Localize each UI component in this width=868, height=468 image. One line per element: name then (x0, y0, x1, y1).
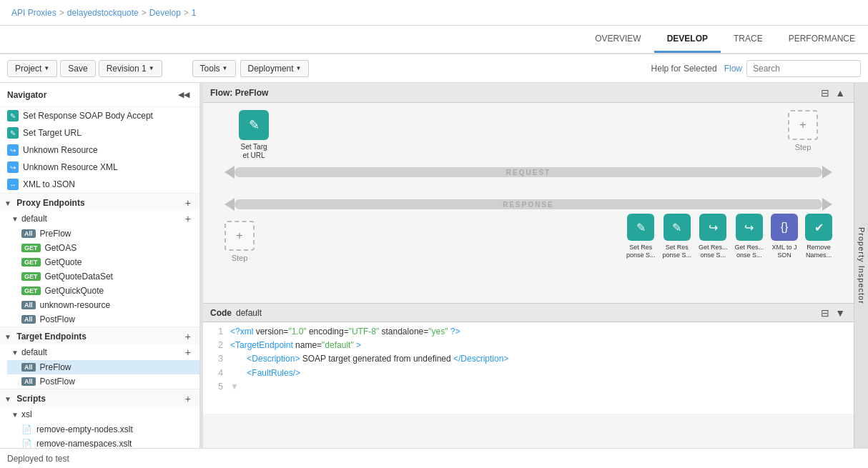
resp-step-2[interactable]: ✎ Set Response S... (662, 214, 691, 259)
flow-canvas: ✎ Set Target URL + Step REQUEST RESP (203, 103, 854, 303)
code-line-4: 4 <FaultRules/> (209, 367, 848, 380)
resp-arrow-end (822, 198, 832, 211)
save-button[interactable]: Save (60, 60, 95, 77)
resp-step-icon-1: ✎ (627, 214, 654, 241)
status-message: Deployed to test (7, 454, 69, 464)
policy-set-target-url[interactable]: ✎ Set Target URL (0, 124, 199, 141)
target-endpoints-header[interactable]: ▼ Target Endpoints + (0, 327, 199, 344)
policy-unknown-resource[interactable]: ↪ Unknown Resource (0, 141, 199, 159)
tab-trace[interactable]: TRACE (721, 26, 776, 53)
code-collapse-btn[interactable]: ⊟ (819, 307, 831, 319)
help-text: Help for Selected (651, 64, 717, 74)
tab-bar: OVERVIEW DEVELOP TRACE PERFORMANCE (0, 26, 868, 54)
canvas-title: Flow: PreFlow (210, 88, 268, 98)
tools-button[interactable]: Tools ▼ (192, 60, 236, 77)
add-proxy-endpoint-btn[interactable]: + (184, 198, 192, 208)
add-step-label-right: Step (795, 143, 812, 151)
revision-button[interactable]: Revision 1 ▼ (99, 60, 162, 77)
step-set-target-url[interactable]: ✎ Set Target URL (239, 110, 269, 160)
canvas-area: Flow: PreFlow ⊟ ▲ ✎ Set Target URL + Ste… (203, 83, 854, 448)
resp-step-icon-5: {} (771, 214, 798, 241)
proxy-flow-preflow[interactable]: All PreFlow (7, 226, 199, 241)
tab-develop[interactable]: DEVELOP (654, 26, 721, 53)
policy-icon-unknown: ↪ (7, 144, 19, 156)
help-link[interactable]: Flow (724, 64, 742, 74)
resp-step-label-6: RemoveNames... (806, 244, 832, 259)
resp-step-6[interactable]: ✔ RemoveNames... (805, 214, 832, 259)
main-layout: Navigator ◀◀ ✎ Set Response SOAP Body Ac… (0, 83, 868, 448)
target-flow-preflow[interactable]: All PreFlow (7, 360, 199, 374)
code-body[interactable]: 1 <?xml version="1.0" encoding="UTF-8" s… (203, 322, 854, 414)
resp-step-label-2: Set Response S... (662, 244, 691, 259)
resp-step-3[interactable]: ↪ Get Res...onse S... (699, 214, 728, 259)
toolbar: Project ▼ Save Revision 1 ▼ Tools ▼ Depl… (0, 54, 868, 83)
response-lane-bg: RESPONSE (235, 199, 822, 209)
resp-step-label-4: Get Res...onse S... (734, 244, 764, 259)
script-remove-namespaces[interactable]: 📄 remove-namespaces.xslt (7, 437, 199, 448)
breadcrumb-develop[interactable]: Develop (149, 8, 181, 18)
method-badge-get: GET (21, 244, 41, 252)
proxy-flow-unknown-resource[interactable]: All unknown-resource (7, 298, 199, 312)
req-arrow-start (225, 166, 235, 179)
collapse-btn[interactable]: ◀◀ (175, 89, 192, 101)
add-step-bottom-left[interactable]: + Step (225, 221, 255, 262)
method-badge-all: All (21, 229, 36, 238)
policy-icon-unknown-xml: ↪ (7, 161, 19, 173)
code-line-5: 5 ▼ (209, 380, 848, 394)
project-button[interactable]: Project ▼ (7, 60, 57, 77)
add-step-icon-right[interactable]: + (788, 110, 818, 140)
policy-xml-to-json[interactable]: ↔ XML to JSON (0, 176, 199, 193)
resp-step-5[interactable]: {} XML to JSON (771, 214, 798, 259)
canvas-collapse-btn[interactable]: ⊟ (819, 87, 831, 99)
breadcrumb-api-proxies[interactable]: API Proxies (11, 8, 56, 18)
breadcrumb-revision[interactable]: 1 (192, 8, 197, 18)
code-line-3: 3 <Description> SOAP target generated fr… (209, 352, 848, 366)
status-bar: Deployed to test (0, 448, 868, 468)
resp-step-icon-6: ✔ (805, 214, 832, 241)
code-panel-header: Code default ⊟ ▼ (203, 304, 854, 322)
resp-step-4[interactable]: ↪ Get Res...onse S... (734, 214, 764, 259)
proxy-flow-getoas[interactable]: GET GetOAS (7, 241, 199, 255)
policy-unknown-resource-xml[interactable]: ↪ Unknown Resource XML (0, 159, 199, 176)
code-expand-btn[interactable]: ▼ (834, 307, 847, 319)
resp-step-1[interactable]: ✎ Set Response S... (626, 214, 656, 259)
breadcrumb-proxy-name[interactable]: delayedstockquote (67, 8, 139, 18)
add-script-btn[interactable]: + (184, 394, 192, 404)
script-remove-empty[interactable]: 📄 remove-empty-nodes.xslt (7, 422, 199, 437)
step-label-set-target: Set Target URL (240, 143, 267, 160)
proxy-flow-getquote[interactable]: GET GetQuote (7, 255, 199, 269)
target-flow-postflow[interactable]: All PostFlow (7, 374, 199, 389)
target-default-group[interactable]: ▼default + (7, 344, 199, 360)
proxy-default-group[interactable]: ▼default + (7, 211, 199, 226)
method-badge-get-3: GET (21, 272, 41, 281)
add-step-icon-left[interactable]: + (225, 221, 255, 251)
add-proxy-flow-btn[interactable]: + (184, 214, 192, 224)
method-badge-all-target: All (21, 363, 36, 372)
proxy-flow-getquickquote[interactable]: GET GetQuickQuote (7, 284, 199, 298)
method-badge-all-target-2: All (21, 377, 36, 386)
resp-step-icon-2: ✎ (664, 214, 691, 241)
resp-arrow-start (225, 198, 235, 211)
property-inspector-tab[interactable]: Property Inspector (854, 83, 868, 448)
policies-section: ✎ Set Response SOAP Body Accept ✎ Set Ta… (0, 107, 199, 193)
proxy-flow-getquotedataset[interactable]: GET GetQuoteDataSet (7, 269, 199, 284)
scripts-header[interactable]: ▼ Scripts + (0, 389, 199, 407)
add-target-flow-btn[interactable]: + (184, 347, 192, 357)
add-step-top-right[interactable]: + Step (788, 110, 818, 151)
policy-set-response-soap[interactable]: ✎ Set Response SOAP Body Accept (0, 107, 199, 124)
method-badge-all-2: All (21, 301, 36, 309)
proxy-flow-postflow[interactable]: All PostFlow (7, 312, 199, 327)
add-step-label-left: Step (232, 254, 248, 262)
xsl-group-header[interactable]: ▼xsl (7, 407, 199, 422)
deployment-button[interactable]: Deployment ▼ (240, 60, 310, 77)
search-input[interactable] (746, 60, 861, 77)
file-icon: 📄 (21, 424, 32, 434)
resp-step-label-1: Set Response S... (626, 244, 656, 259)
response-lane-label: RESPONSE (235, 201, 822, 209)
add-target-endpoint-btn[interactable]: + (184, 332, 192, 342)
proxy-endpoints-header[interactable]: ▼ Proxy Endpoints + (0, 193, 199, 211)
request-lane: REQUEST (203, 164, 854, 181)
tab-overview[interactable]: OVERVIEW (582, 26, 654, 53)
canvas-expand-btn[interactable]: ▲ (834, 87, 847, 99)
tab-performance[interactable]: PERFORMANCE (776, 26, 868, 53)
